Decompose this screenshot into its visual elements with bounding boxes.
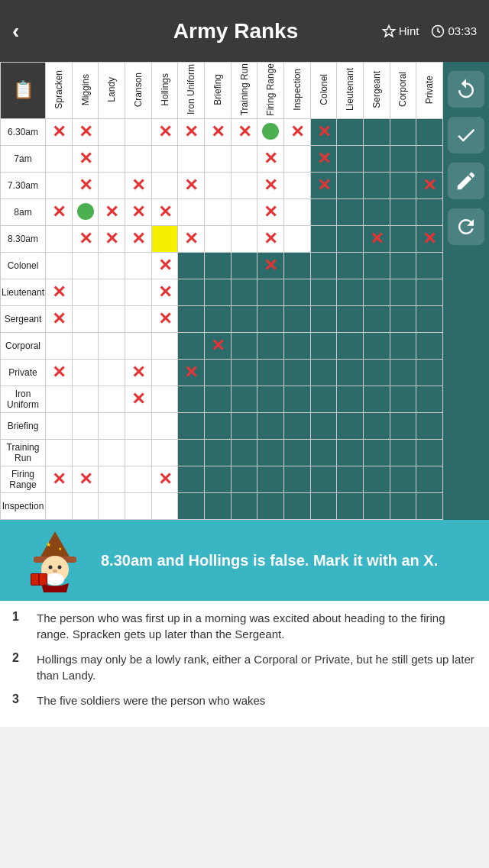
cell-9-14[interactable] xyxy=(416,359,443,386)
cell-0-11[interactable] xyxy=(337,118,364,145)
cell-4-7[interactable] xyxy=(231,225,257,252)
cell-4-14[interactable]: ✕ xyxy=(416,225,443,252)
cell-5-6[interactable] xyxy=(205,252,232,279)
cell-12-9[interactable] xyxy=(284,439,311,466)
cell-1-2[interactable] xyxy=(99,145,125,172)
cell-9-10[interactable] xyxy=(310,359,337,386)
cell-8-7[interactable] xyxy=(231,332,257,359)
cell-9-3[interactable]: ✕ xyxy=(125,359,152,386)
cell-14-11[interactable] xyxy=(337,492,364,519)
cell-10-8[interactable] xyxy=(257,386,284,412)
cell-13-8[interactable] xyxy=(257,466,284,492)
cell-3-2[interactable]: ✕ xyxy=(99,198,125,225)
cell-3-13[interactable] xyxy=(390,198,416,225)
cell-0-9[interactable]: ✕ xyxy=(284,118,311,145)
cell-5-10[interactable] xyxy=(310,252,337,279)
cell-14-6[interactable] xyxy=(205,492,232,519)
cell-14-10[interactable] xyxy=(310,492,337,519)
cell-12-7[interactable] xyxy=(231,439,257,466)
cell-5-3[interactable] xyxy=(125,252,152,279)
cell-10-0[interactable] xyxy=(46,386,73,412)
cell-2-8[interactable]: ✕ xyxy=(257,172,284,198)
confirm-button[interactable] xyxy=(448,117,484,153)
cell-6-6[interactable] xyxy=(205,279,232,305)
cell-10-5[interactable] xyxy=(178,386,205,412)
cell-8-13[interactable] xyxy=(390,332,416,359)
cell-5-9[interactable] xyxy=(284,252,311,279)
cell-6-2[interactable] xyxy=(99,279,125,305)
cell-5-8[interactable]: ✕ xyxy=(257,252,284,279)
cell-4-12[interactable]: ✕ xyxy=(364,225,390,252)
cell-10-10[interactable] xyxy=(310,386,337,412)
cell-13-13[interactable] xyxy=(390,466,416,492)
cell-0-0[interactable]: ✕ xyxy=(46,118,73,145)
cell-4-2[interactable]: ✕ xyxy=(99,225,125,252)
cell-6-11[interactable] xyxy=(337,279,364,305)
cell-12-1[interactable] xyxy=(72,439,99,466)
cell-1-9[interactable] xyxy=(284,145,311,172)
cell-3-8[interactable]: ✕ xyxy=(257,198,284,225)
cell-9-1[interactable] xyxy=(72,359,99,386)
cell-7-5[interactable] xyxy=(178,305,205,332)
cell-3-12[interactable] xyxy=(364,198,390,225)
cell-4-6[interactable] xyxy=(205,225,232,252)
cell-3-0[interactable]: ✕ xyxy=(46,198,73,225)
cell-4-0[interactable] xyxy=(46,225,73,252)
cell-14-4[interactable] xyxy=(151,492,178,519)
cell-8-8[interactable] xyxy=(257,332,284,359)
cell-0-12[interactable] xyxy=(364,118,390,145)
cell-5-11[interactable] xyxy=(337,252,364,279)
cell-3-7[interactable] xyxy=(231,198,257,225)
cell-4-5[interactable]: ✕ xyxy=(178,225,205,252)
cell-13-12[interactable] xyxy=(364,466,390,492)
cell-9-9[interactable] xyxy=(284,359,311,386)
cell-7-9[interactable] xyxy=(284,305,311,332)
cell-6-0[interactable]: ✕ xyxy=(46,279,73,305)
cell-11-8[interactable] xyxy=(257,412,284,439)
cell-10-12[interactable] xyxy=(364,386,390,412)
cell-10-2[interactable] xyxy=(99,386,125,412)
cell-13-9[interactable] xyxy=(284,466,311,492)
cell-9-11[interactable] xyxy=(337,359,364,386)
cell-8-6[interactable]: ✕ xyxy=(205,332,232,359)
cell-4-11[interactable] xyxy=(337,225,364,252)
cell-6-8[interactable] xyxy=(257,279,284,305)
cell-12-14[interactable] xyxy=(416,439,443,466)
cell-2-14[interactable]: ✕ xyxy=(416,172,443,198)
cell-13-10[interactable] xyxy=(310,466,337,492)
cell-11-14[interactable] xyxy=(416,412,443,439)
cell-14-9[interactable] xyxy=(284,492,311,519)
cell-1-10[interactable]: ✕ xyxy=(310,145,337,172)
hint-button[interactable]: Hint xyxy=(382,24,419,38)
cell-1-14[interactable] xyxy=(416,145,443,172)
cell-1-11[interactable] xyxy=(337,145,364,172)
cell-7-14[interactable] xyxy=(416,305,443,332)
cell-13-5[interactable] xyxy=(178,466,205,492)
cell-0-6[interactable]: ✕ xyxy=(205,118,232,145)
cell-11-4[interactable] xyxy=(151,412,178,439)
back-button[interactable]: ‹ xyxy=(12,19,19,44)
cell-12-2[interactable] xyxy=(99,439,125,466)
cell-0-1[interactable]: ✕ xyxy=(72,118,99,145)
cell-5-2[interactable] xyxy=(99,252,125,279)
cell-13-4[interactable]: ✕ xyxy=(151,466,178,492)
cell-6-1[interactable] xyxy=(72,279,99,305)
cell-6-9[interactable] xyxy=(284,279,311,305)
cell-7-10[interactable] xyxy=(310,305,337,332)
cell-4-9[interactable] xyxy=(284,225,311,252)
cell-5-14[interactable] xyxy=(416,252,443,279)
cell-9-5[interactable]: ✕ xyxy=(178,359,205,386)
cell-2-7[interactable] xyxy=(231,172,257,198)
cell-7-3[interactable] xyxy=(125,305,152,332)
cell-13-2[interactable] xyxy=(99,466,125,492)
cell-7-11[interactable] xyxy=(337,305,364,332)
cell-10-9[interactable] xyxy=(284,386,311,412)
cell-9-12[interactable] xyxy=(364,359,390,386)
cell-8-14[interactable] xyxy=(416,332,443,359)
cell-7-0[interactable]: ✕ xyxy=(46,305,73,332)
cell-11-0[interactable] xyxy=(46,412,73,439)
cell-8-5[interactable] xyxy=(178,332,205,359)
cell-2-12[interactable] xyxy=(364,172,390,198)
cell-7-6[interactable] xyxy=(205,305,232,332)
cell-10-14[interactable] xyxy=(416,386,443,412)
